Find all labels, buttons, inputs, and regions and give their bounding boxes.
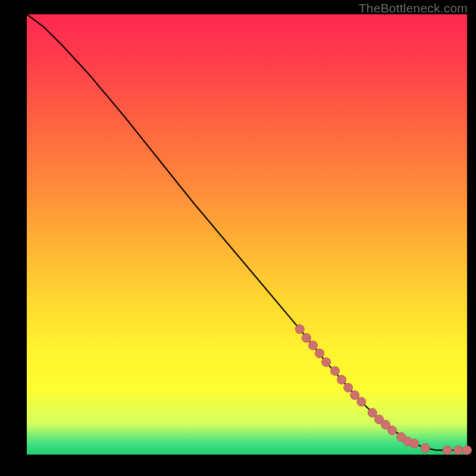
dot (322, 358, 331, 367)
curve-line (27, 14, 467, 450)
highlight-dots (295, 325, 471, 455)
dot (309, 341, 318, 350)
dot (463, 446, 472, 455)
dot (331, 367, 340, 375)
dot (357, 397, 366, 406)
dot (388, 426, 397, 435)
dot (315, 349, 324, 358)
dot (337, 375, 346, 384)
dot (350, 391, 359, 400)
chart-svg (27, 14, 467, 455)
dot (302, 333, 311, 342)
dot (344, 383, 353, 392)
plot-area (27, 14, 467, 455)
dot (295, 325, 304, 334)
watermark-text: TheBottleneck.com (359, 1, 468, 15)
dot (443, 446, 452, 455)
chart-frame: TheBottleneck.com (0, 0, 476, 476)
dot (454, 446, 463, 455)
dot (368, 408, 377, 417)
dot (410, 439, 419, 448)
dot (421, 443, 430, 452)
